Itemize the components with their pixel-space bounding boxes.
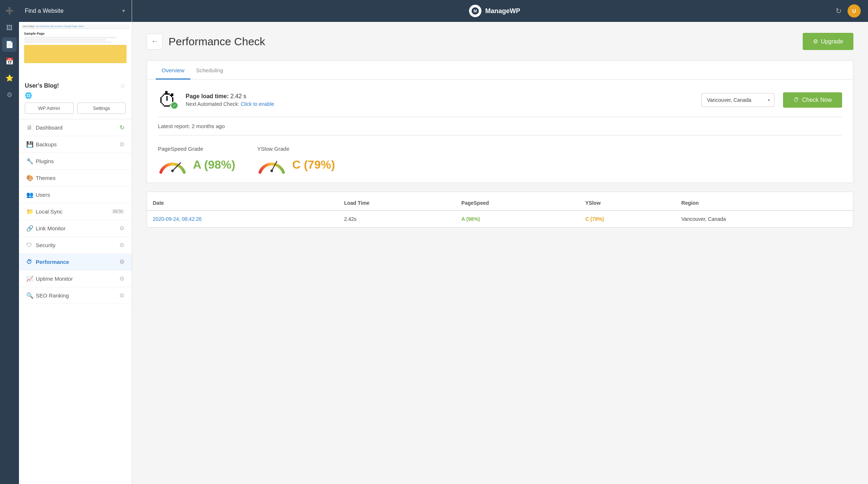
- sidebar-item-users[interactable]: 👥 Users: [19, 187, 132, 203]
- main-card: Overview Scheduling ⏱ ✓ Page load time:: [147, 60, 853, 183]
- tab-scheduling[interactable]: Scheduling: [190, 61, 229, 80]
- backups-icon: 💾: [26, 141, 36, 148]
- user-avatar[interactable]: U: [848, 4, 861, 18]
- enable-link[interactable]: Click to enable: [241, 101, 274, 107]
- settings-icon-button[interactable]: ⚙: [2, 88, 17, 102]
- refresh-icon[interactable]: ↻: [836, 7, 842, 15]
- row-loadtime: 2.42s: [338, 211, 456, 227]
- sidebar-item-link-monitor[interactable]: 🔗 Link Monitor ⚙: [19, 220, 132, 237]
- sidebar-item-label: Uptime Monitor: [36, 276, 119, 282]
- check-now-icon: ⏱: [793, 97, 799, 103]
- performance-icon: ⏱: [26, 259, 36, 265]
- sidebar-item-security[interactable]: 🛡 Security ⚙: [19, 237, 132, 254]
- calendar-icon-button[interactable]: 📅: [2, 54, 17, 69]
- site-icon-button[interactable]: 📄: [2, 37, 17, 52]
- globe-icon: 🌐: [25, 92, 32, 99]
- settings-button[interactable]: Settings: [77, 103, 126, 114]
- pagespeed-grade: PageSpeed Grade: [158, 146, 235, 174]
- local-sync-icon: 📁: [26, 208, 36, 215]
- link-monitor-icon: 🔗: [26, 225, 36, 232]
- site-name: User's Blog!: [25, 82, 59, 89]
- refresh-icon[interactable]: ↻: [120, 124, 124, 131]
- sidebar-item-dashboard[interactable]: 🖥 Dashboard ↻: [19, 119, 132, 136]
- sidebar-item-seo-ranking[interactable]: 🔍 SEO Ranking ⚙: [19, 287, 132, 304]
- sidebar-item-backups[interactable]: 💾 Backups ⚙: [19, 136, 132, 153]
- gear-icon[interactable]: ⚙: [119, 292, 124, 299]
- tabs: Overview Scheduling: [147, 61, 853, 80]
- tab-overview[interactable]: Overview: [156, 61, 190, 80]
- plugins-icon: 🔧: [26, 158, 36, 165]
- check-now-button[interactable]: ⏱ Check Now: [783, 92, 842, 108]
- col-pagespeed: PageSpeed: [456, 196, 580, 211]
- gear-icon[interactable]: ⚙: [119, 242, 124, 249]
- pagespeed-value: A (98%): [193, 158, 235, 172]
- page-header: ← Performance Check ⚙ Upgrade: [147, 33, 853, 50]
- main-area: M ManageWP ↻ U ← Performance Check ⚙ Upg…: [132, 0, 868, 484]
- upgrade-label: Upgrade: [821, 38, 843, 45]
- sidebar-item-label: Plugins: [36, 158, 124, 164]
- report-table-card: Date Load Time PageSpeed YSlow Region 20…: [147, 192, 853, 228]
- security-icon: 🛡: [26, 242, 36, 249]
- load-time-label: Page load time:: [186, 93, 229, 99]
- yslow-value: C (79%): [292, 158, 335, 172]
- sidebar-item-local-sync[interactable]: 📁 Local Sync BETA: [19, 203, 132, 220]
- row-region: Vancouver, Canada: [675, 211, 853, 227]
- sidebar-item-label: Security: [36, 242, 119, 248]
- yslow-display: C (79%): [257, 155, 335, 174]
- uptime-icon: 📈: [26, 275, 36, 282]
- add-site-button[interactable]: ➕: [2, 4, 17, 18]
- topbar: M ManageWP ↻ U: [132, 0, 868, 22]
- gear-icon[interactable]: ⚙: [119, 141, 124, 148]
- sidebar-item-performance[interactable]: ⏱ Performance ⚙: [19, 254, 132, 270]
- sidebar-item-label: SEO Ranking: [36, 292, 119, 299]
- star-icon-button[interactable]: ⭐: [2, 71, 17, 85]
- icon-rail: ➕ 🖼 📄 📅 ⭐ ⚙: [0, 0, 19, 484]
- sidebar-item-uptime-monitor[interactable]: 📈 Uptime Monitor ⚙: [19, 270, 132, 287]
- wp-admin-button[interactable]: WP Admin: [25, 103, 74, 114]
- logo-mark: M: [469, 5, 481, 17]
- logo: M ManageWP: [469, 5, 520, 17]
- upgrade-button[interactable]: ⚙ Upgrade: [803, 33, 853, 50]
- row-date[interactable]: 2020-09-24, 08:42:26: [147, 211, 338, 227]
- next-check-label: Next Automated Check:: [186, 101, 239, 107]
- chevron-down-icon[interactable]: ▼: [121, 8, 126, 14]
- page-header-left: ← Performance Check: [147, 34, 265, 50]
- latest-report-text: Latest report: 2 months ago: [158, 117, 842, 135]
- dashboard-icon: 🖥: [26, 124, 36, 131]
- load-time-value: 2.42 s: [230, 93, 247, 99]
- yslow-gauge: [257, 155, 286, 174]
- stopwatch-wrapper: ⏱ ✓: [158, 91, 177, 110]
- sidebar-item-label: Performance: [36, 259, 119, 265]
- overview-icon-button[interactable]: 🖼: [2, 20, 17, 35]
- load-time-text: Page load time: 2.42 s: [186, 93, 693, 100]
- check-now-label: Check Now: [802, 97, 832, 103]
- sidebar-item-plugins[interactable]: 🔧 Plugins: [19, 153, 132, 170]
- gear-icon[interactable]: ⚙: [119, 225, 124, 232]
- col-region: Region: [675, 196, 853, 211]
- card-body: ⏱ ✓ Page load time: 2.42 s Next Automate…: [147, 80, 853, 183]
- svg-point-3: [171, 170, 174, 172]
- back-button[interactable]: ←: [147, 34, 163, 50]
- col-date: Date: [147, 196, 338, 211]
- site-preview: User's Blog! Get Checkout | My Account |…: [19, 22, 132, 77]
- page-title: Performance Check: [168, 35, 265, 48]
- location-select[interactable]: Vancouver, Canada New York, USA London, …: [701, 93, 774, 107]
- sidebar-item-label: Local Sync: [36, 208, 110, 215]
- sidebar-item-themes[interactable]: 🎨 Themes: [19, 170, 132, 187]
- col-loadtime: Load Time: [338, 196, 456, 211]
- favorite-star-icon[interactable]: ☆: [120, 82, 126, 90]
- pagespeed-display: A (98%): [158, 155, 235, 174]
- content-area: ← Performance Check ⚙ Upgrade Overview S…: [132, 22, 868, 484]
- row-pagespeed: A (98%): [456, 211, 580, 227]
- sidebar-item-label: Link Monitor: [36, 225, 119, 231]
- gear-icon[interactable]: ⚙: [119, 258, 124, 265]
- sidebar-item-label: Themes: [36, 175, 124, 181]
- find-website-label: Find a Website: [25, 8, 63, 14]
- gear-icon[interactable]: ⚙: [119, 275, 124, 282]
- sidebar: Find a Website ▼ User's Blog! Get Checko…: [19, 0, 132, 484]
- sidebar-header: Find a Website ▼: [19, 0, 132, 22]
- location-wrapper: Vancouver, Canada New York, USA London, …: [701, 93, 774, 107]
- sidebar-item-label: Users: [36, 192, 124, 198]
- sidebar-nav: 🖥 Dashboard ↻ 💾 Backups ⚙ 🔧 Plugins 🎨 Th…: [19, 119, 132, 484]
- svg-point-5: [271, 170, 273, 172]
